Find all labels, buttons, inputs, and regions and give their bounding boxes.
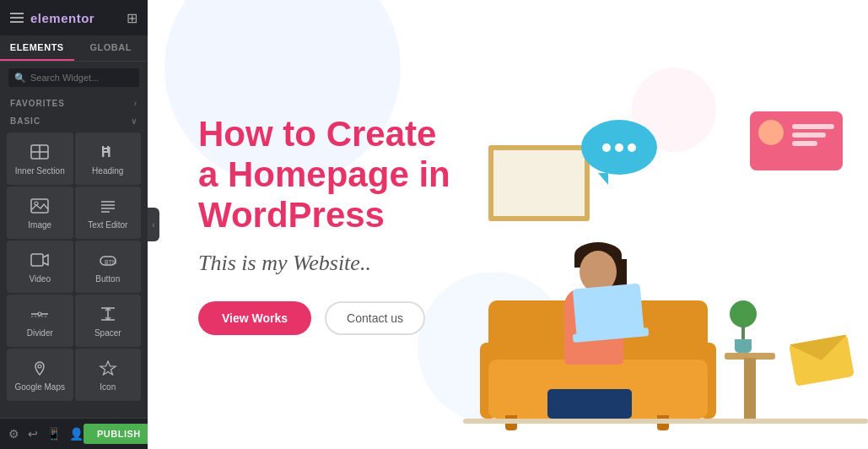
video-icon [30,252,49,270]
hero-buttons: View Works Contact us [198,301,468,335]
icon-label: Icon [100,382,116,392]
envelope-flap [789,334,850,365]
video-label: Video [30,274,51,284]
heading-label: Heading [92,166,123,176]
speech-bubble [581,120,657,175]
svg-rect-13 [31,254,43,266]
heading-icon: H [99,144,117,162]
svg-text:BTN: BTN [105,259,116,265]
basic-label: BASIC [10,116,40,126]
svg-point-23 [38,365,41,368]
sidebar-bottom: ⚙ ↩ 📱 👤 PUBLISH [0,418,148,449]
text-editor-icon [99,198,117,216]
favorites-arrow: › [134,99,137,108]
search-bar: 🔍 [0,62,148,94]
speech-dots [602,143,636,152]
hero-title-line2: a Homepage in [198,154,450,194]
button-icon: BTN [99,252,117,270]
search-icon: 🔍 [14,73,26,84]
floor [463,419,868,424]
hero-title: How to Create a Homepage in WordPress [198,114,468,236]
tabs-row: ELEMENTS GLOBAL [0,35,148,62]
widget-icon[interactable]: Icon [75,349,142,401]
elementor-logo: elementor [30,11,94,25]
hero-subtitle: This is my Website.. [198,251,468,276]
page-preview: How to Create a Homepage in WordPress Th… [148,0,868,449]
notif-bar-3 [792,141,817,146]
svg-marker-24 [100,361,116,375]
view-works-button[interactable]: View Works [198,301,311,335]
sidebar-header: elementor ⊞ [0,0,148,35]
apps-icon[interactable]: ⊞ [127,10,137,26]
divider-label: Divider [27,328,53,338]
dot3 [628,143,636,152]
widgets-grid: Inner Section H Heading [0,129,148,404]
hero-title-line1: How to Create [198,114,436,154]
divider-icon [30,306,49,324]
illustration [463,95,868,449]
svg-point-17 [38,312,41,316]
envelope [789,334,855,386]
settings-icon[interactable]: ⚙ [8,427,19,441]
sidebar: elementor ⊞ ELEMENTS GLOBAL 🔍 FAVORITES … [0,0,148,449]
sidebar-header-left: elementor [10,11,94,25]
favorites-label: FAVORITES [10,99,65,108]
wall-frame [488,145,590,221]
widget-inner-section[interactable]: Inner Section [7,133,73,185]
bottom-icons: ⚙ ↩ 📱 👤 [8,427,84,441]
spacer-icon [99,306,117,324]
search-wrap: 🔍 [8,68,139,87]
widget-heading[interactable]: H Heading [75,133,142,185]
contact-us-button[interactable]: Contact us [325,301,425,335]
hero-right [502,0,868,449]
basic-section[interactable]: BASIC ∨ [0,111,148,129]
widget-divider[interactable]: Divider [7,295,73,347]
notif-bars [792,124,834,146]
notif-bar-1 [792,124,834,129]
widget-button[interactable]: BTN Button [75,241,142,293]
person-legs [547,389,632,419]
hero-left: How to Create a Homepage in WordPress Th… [148,80,502,370]
publish-button[interactable]: PUBLISH [84,424,148,444]
star-icon [99,360,117,378]
hero-title-line3: WordPress [198,195,385,235]
widget-google-maps[interactable]: Google Maps [7,349,73,401]
basic-arrow: ∨ [131,116,137,126]
speech-tail [598,173,608,185]
widget-video[interactable]: Video [7,241,73,293]
favorites-section[interactable]: FAVORITES › [0,94,148,111]
inner-section-label: Inner Section [15,166,65,176]
inner-section-icon [30,144,49,162]
plant-pot [735,339,752,353]
image-icon [30,198,49,216]
history-icon[interactable]: ↩ [28,427,38,441]
dot2 [615,143,623,152]
plant-stem [741,324,745,341]
collapse-handle[interactable]: ‹ [148,208,159,241]
image-label: Image [28,220,51,230]
widget-spacer[interactable]: Spacer [75,295,142,347]
user-icon[interactable]: 👤 [69,427,84,441]
widget-text-editor[interactable]: Text Editor [75,187,142,239]
notif-avatar [758,120,784,145]
hamburger-icon[interactable] [10,13,24,23]
text-editor-label: Text Editor [88,220,127,230]
notif-bar-2 [792,133,826,138]
side-table-leg [744,358,756,419]
map-icon [30,360,49,378]
tab-elements[interactable]: ELEMENTS [0,35,74,61]
widget-image[interactable]: Image [7,187,73,239]
responsive-icon[interactable]: 📱 [46,427,61,441]
tab-global[interactable]: GLOBAL [74,35,148,61]
spacer-label: Spacer [94,328,121,338]
notification-card [750,111,843,170]
search-input[interactable] [8,68,139,87]
main-content: How to Create a Homepage in WordPress Th… [148,0,868,449]
google-maps-label: Google Maps [15,382,65,392]
button-label: Button [95,274,120,284]
dot1 [602,143,611,152]
laptop-screen [573,284,644,336]
